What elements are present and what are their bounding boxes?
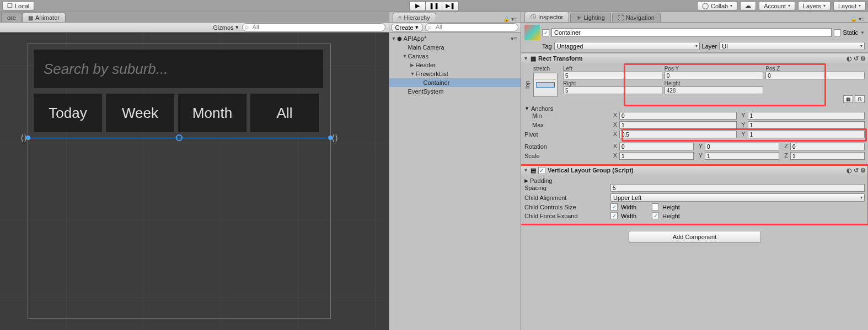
layer-value: UI — [722, 43, 728, 50]
nav-icon: ⛶ — [618, 15, 624, 21]
vlg-header[interactable]: ▼▤ Vertical Layout Group (Script) ◐↺⚙ — [521, 165, 868, 175]
step-button[interactable]: ▶❚ — [442, 1, 459, 11]
spacing-input[interactable] — [610, 184, 865, 192]
layout-label: Layout — [838, 3, 856, 9]
panel-menu-icon[interactable]: 🔒 ▾≡ — [503, 16, 521, 22]
pivot-handle[interactable] — [176, 134, 183, 141]
mock-btn-all: All — [250, 94, 319, 132]
rot-y-input[interactable] — [705, 143, 779, 150]
child-align-dropdown[interactable]: Upper Left — [610, 193, 865, 202]
rot-x-input[interactable] — [619, 143, 694, 150]
tab-inspector[interactable]: ⓘInspector — [524, 12, 569, 22]
gear-icon[interactable]: ⚙ — [860, 167, 866, 174]
tree-main-camera[interactable]: Main Camera — [389, 43, 521, 52]
tag-label: Tag — [542, 43, 552, 50]
inspector-panel: ⓘInspector ☀Lighting ⛶Navigation 🔒 ▾≡ St… — [521, 12, 868, 330]
cloud-button[interactable]: ☁ — [740, 1, 756, 10]
pause-button[interactable]: ❚❚ — [426, 1, 442, 11]
help-icon[interactable]: ◐ — [846, 167, 852, 174]
scale-x-input[interactable] — [619, 152, 694, 160]
tag-dropdown[interactable]: Untagged — [554, 42, 700, 50]
account-button[interactable]: Account▾ — [759, 1, 795, 10]
collab-button[interactable]: ◯Collab▾ — [697, 1, 737, 10]
playback-controls: ▶ ❚❚ ▶❚ — [409, 1, 459, 11]
anchors-foldout[interactable]: ▼Anchors — [524, 105, 865, 112]
cfe-label: Child Force Expand — [524, 213, 607, 219]
rot-z-input[interactable] — [790, 143, 865, 150]
tab-animator[interactable]: ▦Animator — [22, 13, 66, 22]
tree-fireworklist[interactable]: ▼FireworkList — [389, 69, 521, 78]
tab-hierarchy[interactable]: ≡Hierarchy — [393, 13, 436, 22]
min-y-input[interactable] — [748, 112, 865, 120]
raw-button[interactable]: R — [855, 95, 865, 103]
blueprint-button[interactable]: ▦ — [843, 95, 853, 103]
revert-icon[interactable]: ↺ — [854, 167, 859, 174]
scene-search-input[interactable]: All — [242, 23, 385, 31]
layer-dropdown[interactable]: UI — [719, 42, 865, 50]
gear-icon[interactable]: ⚙ — [860, 55, 866, 62]
cfe-width-checkbox[interactable] — [610, 212, 618, 219]
scene-viewport[interactable]: Search by suburb... Today Week Month All… — [0, 33, 389, 330]
left-input[interactable] — [563, 72, 662, 79]
ccs-width-checkbox[interactable] — [610, 203, 618, 210]
unity-icon: ⬢ — [397, 36, 402, 42]
max-y-input[interactable] — [748, 121, 865, 129]
pivot-y-input[interactable] — [748, 131, 865, 138]
gameobject-name-input[interactable] — [551, 28, 832, 37]
canvas-label: Canvas — [408, 53, 428, 59]
max-x-input[interactable] — [619, 121, 737, 129]
right-input[interactable] — [563, 86, 662, 94]
tree-eventsystem[interactable]: EventSystem — [389, 87, 521, 96]
add-component-button[interactable]: Add Component — [629, 231, 761, 243]
min-x-input[interactable] — [619, 112, 737, 120]
active-checkbox[interactable] — [542, 29, 549, 36]
tab-navigation[interactable]: ⛶Navigation — [612, 13, 661, 22]
tree-canvas[interactable]: ▼Canvas — [389, 52, 521, 61]
handle-right[interactable] — [328, 136, 333, 140]
cube-icon: ❐ — [7, 2, 13, 9]
inspector-menu-icon[interactable]: 🔒 ▾≡ — [850, 16, 868, 22]
gizmos-label: Gizmos — [213, 24, 233, 31]
static-checkbox[interactable] — [834, 29, 841, 36]
height-input[interactable] — [665, 86, 764, 94]
play-button[interactable]: ▶ — [409, 1, 426, 11]
tree-header[interactable]: ▶Header — [389, 61, 521, 69]
anchor-preset-button[interactable]: stretch top — [524, 66, 559, 103]
vlg-enabled-checkbox[interactable] — [538, 167, 545, 174]
pivot-x-input[interactable] — [619, 131, 737, 138]
ccs-height-checkbox[interactable] — [652, 203, 659, 210]
ccs-width-label: Width — [621, 204, 649, 210]
hierarchy-panel: ≡Hierarchy 🔒 ▾≡ Create▾ All ▼⬢APIApp*▾≡ … — [389, 12, 521, 330]
tree-root[interactable]: ▼⬢APIApp*▾≡ — [389, 34, 521, 43]
right-label: Right — [563, 80, 662, 86]
handle-left[interactable] — [26, 136, 30, 140]
tool-local-button[interactable]: ❐ Local — [2, 1, 34, 10]
tab-ore[interactable]: ore — [1, 13, 22, 22]
vlg-title: Vertical Layout Group (Script) — [548, 167, 634, 174]
hierarchy-tab-label: Hierarchy — [404, 14, 430, 21]
tab-lighting[interactable]: ☀Lighting — [570, 13, 611, 22]
static-dropdown[interactable]: ▼ — [860, 30, 865, 35]
tree-container[interactable]: Container — [389, 78, 521, 87]
help-icon[interactable]: ◐ — [846, 55, 852, 62]
main-camera-label: Main Camera — [408, 44, 444, 51]
scale-z-input[interactable] — [790, 152, 865, 160]
hierarchy-search-input[interactable]: All — [425, 23, 518, 31]
gizmos-toggle[interactable]: Gizmos ▾ — [213, 24, 238, 31]
layers-button[interactable]: Layers▾ — [798, 1, 831, 10]
scene-menu-icon[interactable]: ▾≡ — [511, 35, 521, 42]
create-button[interactable]: Create▾ — [392, 24, 422, 31]
cfe-height-checkbox[interactable] — [652, 212, 659, 219]
scale-y-input[interactable] — [705, 152, 779, 160]
script-icon: ▤ — [531, 167, 536, 174]
layout-button[interactable]: Layout▾ — [833, 1, 866, 10]
posz-input[interactable] — [765, 72, 865, 79]
tab-ore-label: ore — [7, 14, 16, 21]
rect-transform-header[interactable]: ▼▦ Rect Transform ◐↺⚙ — [521, 53, 868, 63]
padding-foldout[interactable]: ▶Padding — [524, 177, 865, 184]
scene-search-placeholder: All — [253, 24, 259, 30]
gameobject-icon — [524, 25, 540, 40]
posy-input[interactable] — [665, 72, 764, 79]
top-label: top — [524, 81, 531, 89]
revert-icon[interactable]: ↺ — [854, 55, 859, 62]
